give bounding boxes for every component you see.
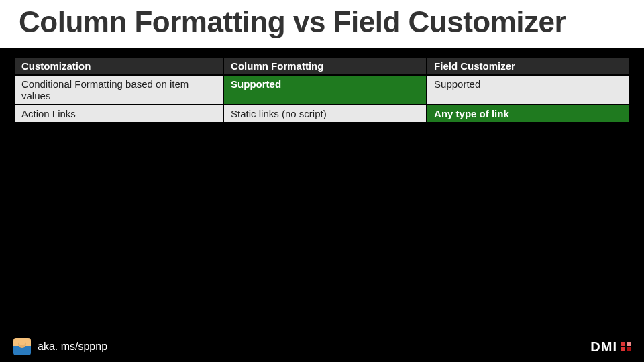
cell: Static links (no script) [223,105,427,123]
table-header-row: Customization Column Formatting Field Cu… [14,57,630,75]
avatar-icon [13,338,31,355]
brand-logo: DMI [590,339,631,355]
col-header-column-formatting: Column Formatting [223,57,427,75]
brand-dots-icon [621,342,631,351]
table-row: Action Links Static links (no script) An… [14,105,630,123]
table-body: Conditional Formatting based on item val… [14,75,630,123]
page-title: Column Formatting vs Field Customizer [19,5,625,39]
cell: Supported [223,75,427,105]
col-header-customization: Customization [14,57,223,75]
title-bar: Column Formatting vs Field Customizer [0,0,644,48]
col-header-field-customizer: Field Customizer [427,57,630,75]
cell: Action Links [14,105,223,123]
brand-text: DMI [590,339,617,355]
cell: Conditional Formatting based on item val… [14,75,223,105]
table-row: Conditional Formatting based on item val… [14,75,630,105]
footer-link[interactable]: aka. ms/sppnp [38,341,107,353]
cell: Any type of link [427,105,630,123]
comparison-table-container: Customization Column Formatting Field Cu… [0,48,644,123]
cell: Supported [427,75,630,105]
footer: aka. ms/sppnp DMI [13,338,631,355]
comparison-table: Customization Column Formatting Field Cu… [13,56,631,123]
footer-left: aka. ms/sppnp [13,338,107,355]
